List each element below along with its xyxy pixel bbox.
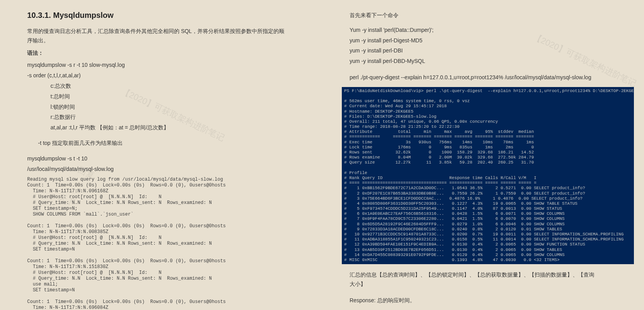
perl-cmd: perl ./pt-query-digest --explain h=127.0… (350, 73, 598, 82)
cmd-line: mysqldumpslow -s r -t 10 slow-mysql.log (27, 61, 287, 70)
right-column: 首先来看下一个命令 Yum -y install 'perl(Data::Dum… (303, 8, 606, 310)
cmd2b: /usr/local/mysql/data/mysql-slow.log (27, 165, 287, 174)
t-top-line: -t top 指定取前面几天作为结果输出 (27, 139, 287, 148)
summary-3: time: 该查询在本次分析中总的时间占比。 (350, 308, 598, 310)
summary-1: 汇总的信息【总的查询时间】、【总的锁定时间】、【总的获取数据量】、【扫描的数据量… (350, 270, 598, 289)
yum-cmd-1: Yum -y install 'perl(Data::Dumper)'; (350, 26, 598, 35)
yum-cmd-2: yum -y install perl-Digest-MD5 (350, 36, 598, 45)
opt-c: c:总次数 (27, 82, 287, 91)
opt-r: r:总数据行 (27, 113, 287, 122)
yum-cmd-3: yum -y install perl-DBI (350, 46, 598, 56)
terminal-output: PS F:\BaiduNetdiskDownload\vip> perl .\p… (342, 87, 634, 264)
summary-2: Response: 总的响应时间。 (350, 296, 598, 305)
opt-l: l:锁的时间 (27, 103, 287, 112)
right-intro: 首先来看下一个命令 (350, 11, 598, 20)
order-line: -s order (c,t,l,r,at,al,ar) (27, 71, 287, 80)
left-column: 10.3.1. Mysqldumpslow 常用的慢查询日志分析工具，汇总除查询… (0, 8, 303, 310)
yum-cmd-4: yum -y install perl-DBD-MySQL (350, 57, 598, 66)
opt-avg: at,al,ar :t,l,r 平均数 【例如：at = 总时间/总次数】 (27, 123, 287, 132)
slow-log-output: Reading mysql slow query log from /usr/l… (27, 177, 287, 310)
section-heading: 10.3.1. Mysqldumpslow (27, 11, 287, 20)
opt-t: t:总时间 (27, 92, 287, 101)
intro-text: 常用的慢查询日志分析工具，汇总除查询条件外其他完全相同的 SQL，并将分析结果按… (27, 27, 287, 45)
syntax-label: 语法： (27, 49, 287, 58)
cmd2a: mysqldumpslow -s t -t 10 (27, 154, 287, 164)
